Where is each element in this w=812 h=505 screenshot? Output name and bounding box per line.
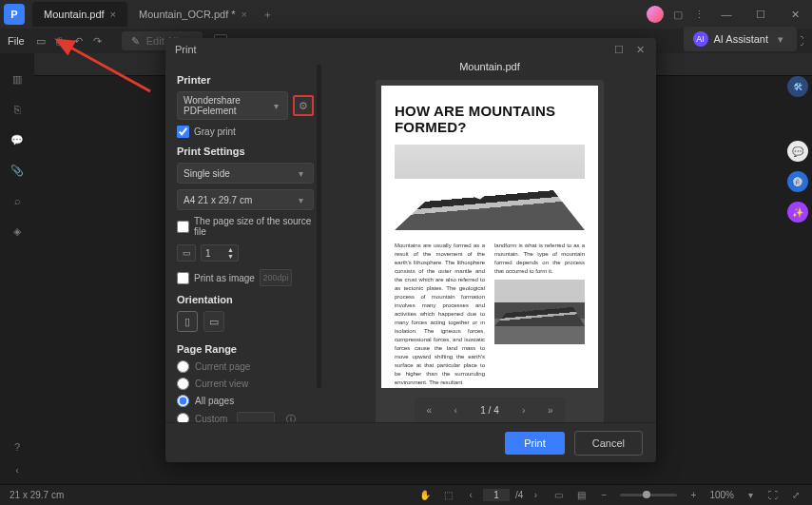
comment-icon[interactable]: 💬 [10, 133, 24, 146]
orientation-portrait[interactable]: ▯ [177, 311, 198, 332]
chat-icon[interactable]: 💬 [787, 141, 808, 162]
close-icon[interactable]: × [110, 9, 116, 20]
hand-icon[interactable]: ✋ [418, 489, 432, 502]
ai-assistant-button[interactable]: AI AI Assistant ▾ [684, 27, 797, 51]
zoom-slider[interactable] [620, 494, 677, 496]
tab-mountain-ocr[interactable]: Mountain_OCR.pdf * × [127, 2, 259, 27]
preview-page-wrap: HOW ARE MOUNTAINS FORMED? Mountains are … [376, 80, 604, 422]
pager-first-icon[interactable]: « [417, 400, 440, 419]
chevron-down-icon[interactable]: ▾ [744, 489, 757, 502]
custom-range-input[interactable] [237, 412, 275, 422]
collapse-icon[interactable]: ‹ [10, 463, 24, 476]
copies-value: 1 [205, 248, 211, 259]
minimize-icon[interactable]: — [713, 4, 740, 25]
dialog-title: Print [175, 44, 197, 55]
zoom-in-icon[interactable]: + [686, 489, 700, 502]
source-size-input[interactable] [177, 221, 189, 233]
source-size-checkbox[interactable]: The page size of the source file [177, 216, 314, 237]
gray-print-input[interactable] [177, 126, 189, 138]
range-all-pages[interactable]: All pages [177, 395, 314, 407]
maximize-icon[interactable]: ☐ [747, 4, 774, 25]
select-icon[interactable]: ⬚ [441, 489, 454, 502]
effects-icon[interactable]: ✨ [787, 202, 808, 223]
tab-mountain[interactable]: Mountain.pdf × [32, 2, 127, 27]
pager-prev-icon[interactable]: ‹ [444, 400, 467, 419]
printer-heading: Printer [177, 74, 314, 86]
kebab-icon[interactable]: ⋮ [692, 8, 706, 21]
left-sidebar: ▥ ⎘ 💬 📎 ⌕ ◈ ? ‹ [0, 53, 34, 480]
dialog-footer: Print Cancel [165, 422, 656, 462]
print-dialog: Print ☐ ✕ Printer Wondershare PDFelement… [165, 38, 656, 462]
close-icon[interactable]: ✕ [782, 4, 808, 25]
print-preview: Mountain.pdf HOW ARE MOUNTAINS FORMED? M… [323, 61, 656, 422]
close-icon[interactable]: × [242, 9, 247, 20]
status-paper: 21 x 29.7 cm [10, 490, 64, 500]
info-icon[interactable]: ⓘ [284, 413, 298, 423]
copies-icon: ▭ [177, 244, 196, 262]
tab-label: Mountain_OCR.pdf * [139, 9, 236, 20]
window-icon[interactable]: ▢ [671, 8, 685, 21]
tools-icon[interactable]: 🛠 [787, 76, 808, 97]
scrollbar[interactable] [317, 65, 321, 388]
copies-input[interactable]: 1 ▲▼ [201, 244, 239, 262]
status-page-total: /4 [515, 490, 523, 500]
printer-properties-button[interactable]: ⚙ [293, 95, 314, 116]
search-icon[interactable]: ⌕ [10, 194, 24, 207]
print-button[interactable]: Print [505, 432, 565, 455]
print-as-image-label: Print as image [194, 273, 255, 283]
bookmark-icon[interactable]: ⎘ [10, 103, 24, 116]
pager-prev-icon[interactable]: ‹ [464, 489, 477, 502]
titlebar: P Mountain.pdf × Mountain_OCR.pdf * × ＋ … [0, 0, 812, 29]
duplex-value: Single side [184, 168, 230, 179]
page-heading: HOW ARE MOUNTAINS FORMED? [395, 103, 585, 135]
duplex-select[interactable]: Single side ▾ [177, 163, 314, 184]
redo-icon[interactable]: ↷ [91, 34, 105, 48]
status-pager: ‹ /4 › [464, 489, 542, 502]
print-as-image-input[interactable] [177, 272, 189, 284]
gray-print-label: Gray print [194, 126, 236, 137]
print-settings-heading: Print Settings [177, 146, 314, 157]
ai-label: AI Assistant [714, 33, 768, 45]
undo-icon[interactable]: ↶ [72, 34, 86, 48]
range-current-view[interactable]: Current view [177, 378, 314, 390]
ai-icon: AI [693, 31, 708, 47]
pager-value: 1 / 4 [471, 405, 508, 416]
avatar[interactable] [647, 6, 664, 23]
cancel-button[interactable]: Cancel [574, 431, 643, 456]
orientation-landscape[interactable]: ▭ [203, 311, 224, 332]
layers-icon[interactable]: ◈ [10, 224, 24, 238]
statusbar: 21 x 29.7 cm ✋ ⬚ ‹ /4 › ▭ ▤ − + 100% ▾ ⛶… [0, 484, 812, 505]
printer-select[interactable]: Wondershare PDFelement ▾ [177, 91, 288, 120]
close-icon[interactable]: ✕ [633, 43, 647, 56]
maximize-icon[interactable]: ☐ [612, 43, 626, 56]
pager-next-icon[interactable]: › [529, 489, 542, 502]
tab-label: Mountain.pdf [44, 9, 105, 20]
range-custom[interactable]: Customⓘ [177, 412, 314, 422]
add-tab-icon[interactable]: ＋ [259, 8, 278, 22]
chevron-down-icon: ▾ [271, 99, 281, 112]
page-image-1 [395, 145, 585, 230]
file-menu[interactable]: File [8, 35, 25, 47]
gray-print-checkbox[interactable]: Gray print [177, 126, 314, 138]
paper-select[interactable]: A4 21 x 29.7 cm ▾ [177, 189, 314, 210]
printer-name: Wondershare PDFelement [184, 95, 271, 116]
print-as-image-checkbox[interactable]: Print as image 200dpi [177, 269, 314, 286]
fit-icon[interactable]: ⛶ [766, 489, 780, 502]
pager-next-icon[interactable]: › [512, 400, 535, 419]
thumbnails-icon[interactable]: ▥ [10, 72, 24, 86]
view-icon[interactable]: ▤ [574, 489, 588, 502]
zoom-out-icon[interactable]: − [597, 489, 610, 502]
range-current-page[interactable]: Current page [177, 360, 314, 373]
print-icon[interactable]: ⎙ [53, 34, 67, 48]
assistant-icon[interactable]: 🅐 [787, 171, 808, 192]
expand-icon[interactable]: ⤢ [789, 489, 802, 502]
page-image-2 [494, 280, 585, 344]
titlebar-right: ▢ ⋮ — ☐ ✕ [647, 4, 808, 25]
pager-last-icon[interactable]: » [539, 400, 562, 419]
read-icon[interactable]: ▭ [551, 489, 565, 502]
zoom-value: 100% [709, 490, 734, 500]
help-icon[interactable]: ? [10, 440, 24, 454]
status-page-input[interactable] [483, 489, 510, 501]
attachment-icon[interactable]: 📎 [10, 164, 24, 177]
save-icon[interactable]: ▭ [34, 34, 48, 48]
